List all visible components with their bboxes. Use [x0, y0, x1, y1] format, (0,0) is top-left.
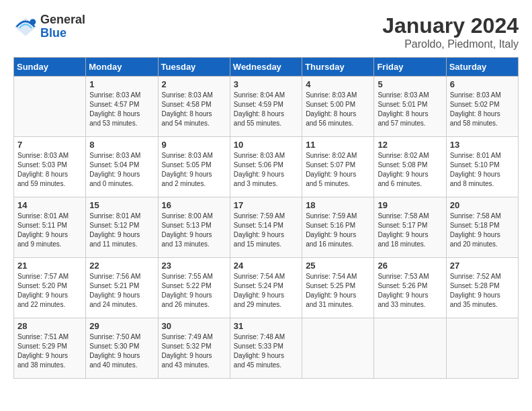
day-cell: 7Sunrise: 8:03 AM Sunset: 5:03 PM Daylig…	[14, 137, 86, 197]
day-info: Sunrise: 7:58 AM Sunset: 5:18 PM Dayligh…	[450, 212, 515, 249]
day-number: 21	[17, 261, 82, 271]
day-number: 23	[162, 261, 226, 271]
day-number: 20	[450, 200, 515, 210]
logo: General Blue	[13, 13, 85, 40]
day-number: 30	[162, 321, 226, 331]
day-number: 5	[378, 79, 442, 89]
day-number: 11	[306, 140, 370, 150]
day-cell: 10Sunrise: 8:03 AM Sunset: 5:06 PM Dayli…	[230, 137, 302, 197]
logo-blue: Blue	[40, 27, 85, 40]
day-info: Sunrise: 7:56 AM Sunset: 5:21 PM Dayligh…	[89, 272, 154, 310]
day-info: Sunrise: 7:48 AM Sunset: 5:33 PM Dayligh…	[234, 332, 298, 370]
day-info: Sunrise: 7:54 AM Sunset: 5:24 PM Dayligh…	[234, 272, 298, 310]
day-info: Sunrise: 7:51 AM Sunset: 5:29 PM Dayligh…	[17, 332, 82, 370]
day-cell: 16Sunrise: 8:00 AM Sunset: 5:13 PM Dayli…	[158, 197, 230, 258]
day-cell: 22Sunrise: 7:56 AM Sunset: 5:21 PM Dayli…	[86, 258, 158, 318]
location-title: Paroldo, Piedmont, Italy	[382, 38, 519, 50]
header-cell-saturday: Saturday	[446, 58, 518, 77]
day-cell: 11Sunrise: 8:02 AM Sunset: 5:07 PM Dayli…	[302, 137, 374, 197]
day-info: Sunrise: 8:03 AM Sunset: 5:04 PM Dayligh…	[89, 151, 154, 189]
day-number: 13	[450, 140, 515, 150]
day-number: 26	[378, 261, 442, 271]
day-info: Sunrise: 8:03 AM Sunset: 4:58 PM Dayligh…	[162, 91, 226, 128]
day-info: Sunrise: 8:03 AM Sunset: 4:57 PM Dayligh…	[89, 91, 154, 128]
day-number: 17	[234, 200, 298, 210]
day-info: Sunrise: 8:03 AM Sunset: 5:05 PM Dayligh…	[162, 151, 226, 189]
day-number: 24	[234, 261, 298, 271]
day-number: 16	[162, 200, 226, 210]
day-info: Sunrise: 7:49 AM Sunset: 5:32 PM Dayligh…	[162, 332, 226, 370]
day-number: 3	[234, 79, 298, 89]
day-number: 2	[162, 79, 226, 89]
week-row-3: 14Sunrise: 8:01 AM Sunset: 5:11 PM Dayli…	[14, 197, 519, 258]
month-title: January 2024	[382, 13, 519, 38]
day-info: Sunrise: 8:01 AM Sunset: 5:10 PM Dayligh…	[450, 151, 515, 189]
day-number: 14	[17, 200, 82, 210]
day-info: Sunrise: 7:59 AM Sunset: 5:14 PM Dayligh…	[234, 212, 298, 249]
day-info: Sunrise: 8:01 AM Sunset: 5:12 PM Dayligh…	[89, 212, 154, 249]
day-number: 22	[89, 261, 154, 271]
day-cell	[446, 318, 518, 379]
day-info: Sunrise: 7:53 AM Sunset: 5:26 PM Dayligh…	[378, 272, 442, 310]
day-number: 15	[89, 200, 154, 210]
day-cell	[14, 77, 86, 137]
day-info: Sunrise: 7:50 AM Sunset: 5:30 PM Dayligh…	[89, 332, 154, 370]
logo-general: General	[40, 13, 85, 27]
day-cell: 30Sunrise: 7:49 AM Sunset: 5:32 PM Dayli…	[158, 318, 230, 379]
day-number: 9	[162, 140, 226, 150]
logo-text: General Blue	[40, 13, 85, 40]
day-number: 19	[378, 200, 442, 210]
svg-point-2	[30, 19, 36, 25]
day-cell: 29Sunrise: 7:50 AM Sunset: 5:30 PM Dayli…	[86, 318, 158, 379]
header-cell-tuesday: Tuesday	[158, 58, 230, 77]
day-info: Sunrise: 8:04 AM Sunset: 4:59 PM Dayligh…	[234, 91, 298, 128]
week-row-2: 7Sunrise: 8:03 AM Sunset: 5:03 PM Daylig…	[14, 137, 519, 197]
calendar-table: SundayMondayTuesdayWednesdayThursdayFrid…	[13, 57, 519, 379]
day-info: Sunrise: 7:58 AM Sunset: 5:17 PM Dayligh…	[378, 212, 442, 249]
day-cell: 17Sunrise: 7:59 AM Sunset: 5:14 PM Dayli…	[230, 197, 302, 258]
day-number: 6	[450, 79, 515, 89]
day-number: 4	[306, 79, 370, 89]
day-cell: 13Sunrise: 8:01 AM Sunset: 5:10 PM Dayli…	[446, 137, 518, 197]
day-number: 10	[234, 140, 298, 150]
day-number: 7	[17, 140, 82, 150]
day-info: Sunrise: 8:02 AM Sunset: 5:07 PM Dayligh…	[306, 151, 370, 189]
day-info: Sunrise: 7:54 AM Sunset: 5:25 PM Dayligh…	[306, 272, 370, 310]
day-cell: 31Sunrise: 7:48 AM Sunset: 5:33 PM Dayli…	[230, 318, 302, 379]
day-cell: 26Sunrise: 7:53 AM Sunset: 5:26 PM Dayli…	[374, 258, 446, 318]
day-cell: 14Sunrise: 8:01 AM Sunset: 5:11 PM Dayli…	[14, 197, 86, 258]
day-cell: 20Sunrise: 7:58 AM Sunset: 5:18 PM Dayli…	[446, 197, 518, 258]
day-cell: 23Sunrise: 7:55 AM Sunset: 5:22 PM Dayli…	[158, 258, 230, 318]
day-cell: 6Sunrise: 8:03 AM Sunset: 5:02 PM Daylig…	[446, 77, 518, 137]
day-info: Sunrise: 8:03 AM Sunset: 5:03 PM Dayligh…	[17, 151, 82, 189]
day-cell: 15Sunrise: 8:01 AM Sunset: 5:12 PM Dayli…	[86, 197, 158, 258]
day-info: Sunrise: 8:03 AM Sunset: 5:02 PM Dayligh…	[450, 91, 515, 128]
day-cell: 27Sunrise: 7:52 AM Sunset: 5:28 PM Dayli…	[446, 258, 518, 318]
header-cell-wednesday: Wednesday	[230, 58, 302, 77]
day-cell: 8Sunrise: 8:03 AM Sunset: 5:04 PM Daylig…	[86, 137, 158, 197]
week-row-4: 21Sunrise: 7:57 AM Sunset: 5:20 PM Dayli…	[14, 258, 519, 318]
day-cell	[374, 318, 446, 379]
day-cell: 19Sunrise: 7:58 AM Sunset: 5:17 PM Dayli…	[374, 197, 446, 258]
day-number: 25	[306, 261, 370, 271]
day-cell: 18Sunrise: 7:59 AM Sunset: 5:16 PM Dayli…	[302, 197, 374, 258]
day-cell: 2Sunrise: 8:03 AM Sunset: 4:58 PM Daylig…	[158, 77, 230, 137]
header-cell-thursday: Thursday	[302, 58, 374, 77]
header-cell-friday: Friday	[374, 58, 446, 77]
day-info: Sunrise: 7:59 AM Sunset: 5:16 PM Dayligh…	[306, 212, 370, 249]
week-row-5: 28Sunrise: 7:51 AM Sunset: 5:29 PM Dayli…	[14, 318, 519, 379]
day-info: Sunrise: 8:03 AM Sunset: 5:00 PM Dayligh…	[306, 91, 370, 128]
day-cell	[302, 318, 374, 379]
day-number: 31	[234, 321, 298, 331]
day-number: 28	[17, 321, 82, 331]
day-info: Sunrise: 8:00 AM Sunset: 5:13 PM Dayligh…	[162, 212, 226, 249]
day-cell: 3Sunrise: 8:04 AM Sunset: 4:59 PM Daylig…	[230, 77, 302, 137]
day-info: Sunrise: 8:03 AM Sunset: 5:01 PM Dayligh…	[378, 91, 442, 128]
day-cell: 5Sunrise: 8:03 AM Sunset: 5:01 PM Daylig…	[374, 77, 446, 137]
day-info: Sunrise: 7:57 AM Sunset: 5:20 PM Dayligh…	[17, 272, 82, 310]
day-info: Sunrise: 8:02 AM Sunset: 5:08 PM Dayligh…	[378, 151, 442, 189]
logo-icon	[13, 15, 38, 39]
day-info: Sunrise: 7:52 AM Sunset: 5:28 PM Dayligh…	[450, 272, 515, 310]
day-cell: 1Sunrise: 8:03 AM Sunset: 4:57 PM Daylig…	[86, 77, 158, 137]
day-cell: 25Sunrise: 7:54 AM Sunset: 5:25 PM Dayli…	[302, 258, 374, 318]
